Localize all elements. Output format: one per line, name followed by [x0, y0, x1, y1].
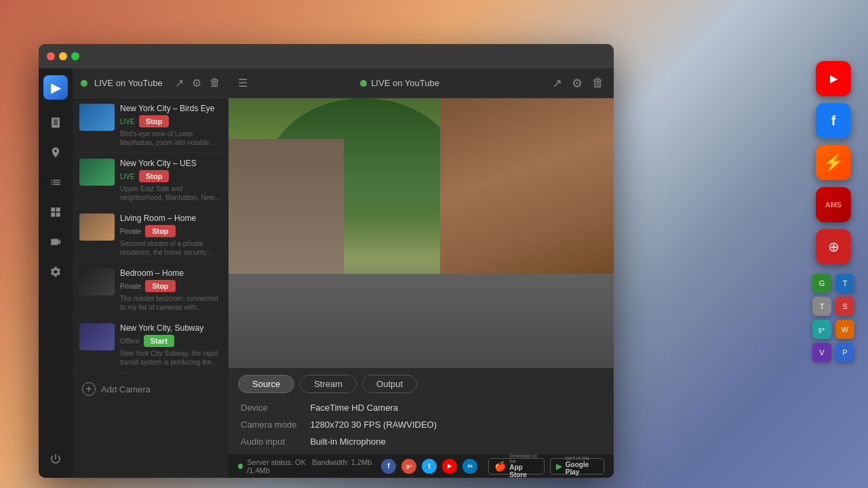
live-dot: [81, 80, 87, 87]
audio-input-value: Built-in Microphone: [310, 436, 601, 447]
source-info: Device FaceTime HD Camera Camera mode 12…: [238, 403, 604, 447]
mini-s-icon[interactable]: S: [835, 297, 854, 316]
target-dock-icon[interactable]: ⊕: [816, 229, 851, 264]
sidebar-item-location[interactable]: [43, 140, 68, 165]
camera-status-row: Offline Start: [120, 335, 222, 347]
camera-mode-label: Camera mode: [241, 420, 296, 430]
hamburger-icon[interactable]: ☰: [238, 77, 248, 89]
camera-description: Upper East Side and neighborhood, Manhat…: [120, 184, 222, 202]
maximize-button[interactable]: [71, 52, 79, 60]
camera-action-button[interactable]: Start: [144, 335, 174, 347]
camera-mode-value: 868x488 30 FPS (RAWVIDEO): [310, 420, 601, 430]
app-logo[interactable]: ▶: [43, 75, 68, 100]
camera-action-button[interactable]: Stop: [139, 115, 169, 127]
camera-description: New York City Subway, the rapid transit …: [120, 349, 222, 367]
share-toolbar-icon[interactable]: ↗: [552, 76, 562, 91]
camera-item[interactable]: Living Room – Home Private Stop Secured …: [73, 208, 229, 263]
sidebar-item-list[interactable]: [43, 170, 68, 195]
google-play-name: Google Play: [566, 461, 598, 476]
ams-dock-icon[interactable]: AMS: [816, 187, 851, 222]
mini-t-icon[interactable]: T: [812, 297, 831, 316]
camera-info: New York City, Subway Offline Start New …: [120, 323, 222, 367]
street-scene: [229, 98, 614, 368]
mini-g2-icon[interactable]: g+: [812, 320, 831, 339]
sidebar-item-video[interactable]: [43, 230, 68, 254]
mini-p-icon[interactable]: P: [835, 343, 854, 362]
delete-icon[interactable]: 🗑: [210, 77, 220, 89]
camera-status-row: Private Stop: [120, 225, 222, 237]
tab-output[interactable]: Output: [362, 375, 417, 393]
tab-source[interactable]: Source: [238, 375, 294, 393]
mini-g-icon[interactable]: G: [812, 274, 831, 293]
camera-list: New York City – Birds Eye LIVE Stop Bird…: [73, 98, 229, 373]
sidebar-item-grid[interactable]: [43, 200, 68, 224]
camera-description: Bird's-eye view of Lower Manhattan, zoom…: [120, 129, 222, 147]
twitter-social-icon[interactable]: t: [422, 459, 437, 474]
live-label: LIVE on YouTube: [94, 78, 163, 88]
camera-info: Living Room – Home Private Stop Secured …: [120, 214, 222, 257]
toolbar-icons: ↗ ⚙ 🗑: [552, 76, 604, 91]
youtube-dock-icon[interactable]: ▶: [816, 61, 851, 96]
camera-name: New York City – UES: [120, 159, 222, 168]
sidebar-icons: ▶: [39, 68, 73, 478]
add-icon: +: [82, 382, 96, 396]
status-badge: LIVE: [120, 173, 135, 180]
camera-item[interactable]: New York City – UES LIVE Stop Upper East…: [73, 153, 229, 208]
add-camera-label: Add Camera: [101, 384, 151, 394]
linkedin-social-icon[interactable]: in: [462, 459, 477, 474]
share-icon[interactable]: ↗: [175, 77, 184, 89]
camera-status-row: LIVE Stop: [120, 170, 222, 182]
camera-info: New York City – UES LIVE Stop Upper East…: [120, 159, 222, 202]
status-badge: LIVE: [120, 118, 135, 125]
settings-toolbar-icon[interactable]: ⚙: [572, 76, 583, 91]
close-button[interactable]: [47, 52, 55, 60]
status-text: Server status: OK Bandwidth: 1.2Mb /1.4M…: [247, 458, 381, 474]
camera-action-button[interactable]: Stop: [145, 280, 175, 292]
audio-input-label: Audio input: [241, 436, 296, 447]
camera-description: The master bedroom, connected to my list…: [120, 294, 222, 312]
tab-stream[interactable]: Stream: [300, 375, 357, 393]
app-store-badge[interactable]: 🍎 Download on the App Store: [488, 458, 545, 474]
camera-item[interactable]: New York City – Birds Eye LIVE Stop Bird…: [73, 98, 229, 153]
thunder-dock-icon[interactable]: ⚡: [816, 145, 851, 180]
traffic-lights: [47, 52, 79, 60]
camera-action-button[interactable]: Stop: [139, 170, 169, 182]
sidebar-item-power[interactable]: [43, 447, 68, 471]
camera-thumbnail: [79, 159, 115, 186]
status-badge: Private: [120, 283, 141, 290]
settings-icon[interactable]: ⚙: [192, 77, 201, 89]
google-play-badge[interactable]: ▶ GET IT ON Google Play: [550, 458, 604, 474]
youtube-social-icon[interactable]: ▶: [442, 459, 457, 474]
camera-thumbnail: [79, 104, 115, 131]
google-social-icon[interactable]: g+: [401, 459, 416, 474]
minimize-button[interactable]: [59, 52, 67, 60]
app-store-name: App Store: [509, 464, 538, 478]
facebook-dock-icon[interactable]: f: [816, 103, 851, 138]
mini-b-icon[interactable]: T: [835, 274, 854, 293]
camera-thumbnail: [79, 214, 115, 241]
toolbar-live-dot: [360, 80, 367, 87]
sidebar-item-book[interactable]: [43, 110, 68, 135]
camera-status-row: LIVE Stop: [120, 115, 222, 127]
camera-description: Secured stream of a private residence, t…: [120, 239, 222, 257]
mini-v-icon[interactable]: V: [812, 343, 831, 362]
mini-w-icon[interactable]: W: [835, 320, 854, 339]
camera-info: Bedroom – Home Private Stop The master b…: [120, 268, 222, 312]
delete-toolbar-icon[interactable]: 🗑: [592, 76, 604, 91]
facebook-social-icon[interactable]: f: [381, 459, 396, 474]
mini-dock-group: G T T S g+ W V P: [812, 274, 854, 362]
toolbar-live-label: LIVE on YouTube: [371, 78, 439, 88]
status-badge: Private: [120, 228, 141, 235]
camera-status-row: Private Stop: [120, 280, 222, 292]
video-preview: [229, 98, 614, 368]
source-stream-output-tabs: Source Stream Output: [238, 375, 604, 393]
camera-item[interactable]: Bedroom – Home Private Stop The master b…: [73, 263, 229, 318]
road: [229, 274, 614, 368]
play-icon: ▶: [556, 462, 562, 471]
sidebar-item-settings[interactable]: [43, 260, 68, 284]
panel-top-bar: LIVE on YouTube ↗ ⚙ 🗑: [73, 68, 229, 98]
camera-name: Bedroom – Home: [120, 268, 222, 278]
camera-item[interactable]: New York City, Subway Offline Start New …: [73, 318, 229, 373]
camera-action-button[interactable]: Stop: [145, 225, 175, 237]
add-camera-button[interactable]: + Add Camera: [73, 375, 229, 403]
